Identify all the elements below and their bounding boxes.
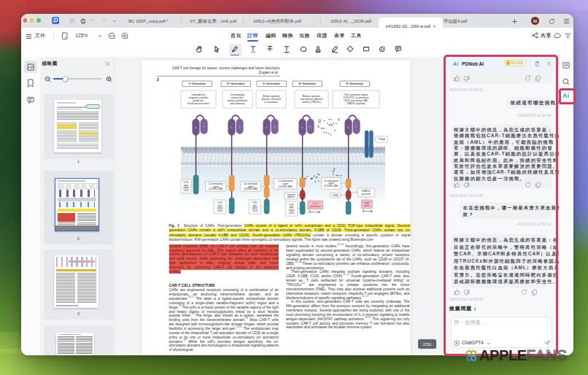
svg-text:(CD28/4-1BB): (CD28/4-1BB) (324, 185, 338, 188)
svg-text:TCRαβ: TCRαβ (378, 138, 385, 141)
svg-text:Zugasti et al.: Zugasti et al. (259, 71, 279, 74)
svg-text:and cytotoxicity: and cytotoxicity (230, 102, 245, 105)
svg-text:(CD28/4-1BB): (CD28/4-1BB) (244, 188, 258, 190)
svg-text:inducer: inducer (287, 196, 295, 198)
svg-text:1st Generation: 1st Generation (188, 82, 205, 85)
svg-text:2: 2 (157, 77, 159, 82)
svg-text:IL2Rβ: IL2Rβ (333, 194, 339, 197)
svg-text:4th Generation: 4th Generation (298, 82, 316, 85)
svg-text:STAT3/5 signalling: STAT3/5 signalling (347, 102, 365, 105)
svg-text:co-stimulation: co-stimulation (264, 101, 278, 104)
svg-text:CD3ζ: CD3ζ (217, 209, 223, 212)
svg-text:(CD28/4-1BB): (CD28/4-1BB) (279, 185, 293, 188)
svg-text:5th Generation: 5th Generation (346, 82, 363, 85)
svg-text:activation: activation (361, 193, 371, 196)
svg-text:CAR-T cell therapy for cancer:: CAR-T cell therapy for cancer: current c… (172, 66, 280, 70)
svg-text:3rd Generation: 3rd Generation (263, 82, 280, 85)
svg-text:(CD28/4-1BB): (CD28/4-1BB) (209, 188, 223, 190)
svg-text:CD3ζ: CD3ζ (289, 212, 295, 214)
svg-text:CD3ζ: CD3ζ (252, 209, 258, 212)
svg-text:Insufficient persistence: Insufficient persistence (187, 102, 210, 105)
svg-text:proteins (TRUCKs): proteins (TRUCKs) (302, 101, 320, 104)
svg-text:CD3ζ: CD3ζ (183, 189, 189, 192)
svg-text:gene: gene (365, 204, 370, 207)
svg-text:production: production (310, 205, 321, 208)
